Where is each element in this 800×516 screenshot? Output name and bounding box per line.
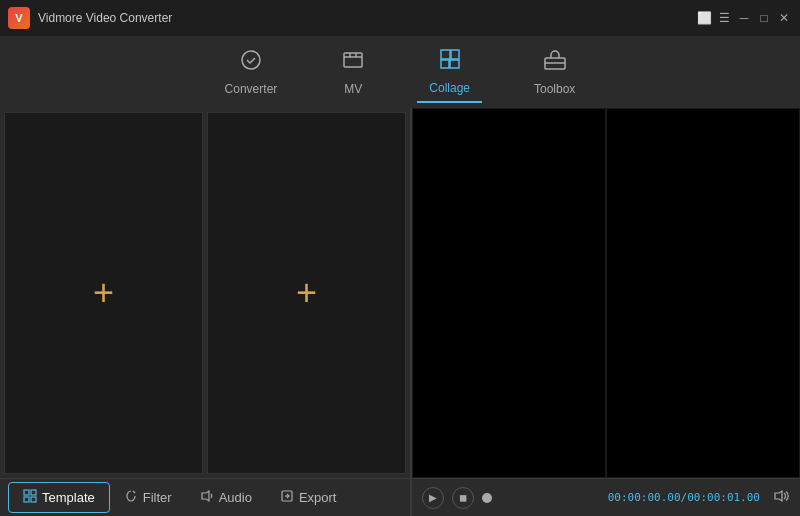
nav-mv[interactable]: MV [329,42,377,102]
svg-rect-10 [31,497,36,502]
tab-filter[interactable]: Filter [110,483,186,512]
preview-left-half [412,108,606,478]
svg-marker-13 [775,491,782,501]
svg-rect-3 [451,50,459,59]
svg-rect-9 [24,497,29,502]
left-tabs: Template Filter Audio [0,478,410,516]
svg-marker-11 [202,491,209,501]
play-button[interactable]: ▶ [422,487,444,509]
template-tab-icon [23,489,37,506]
left-panel: + + Template [0,108,410,516]
stop-button[interactable]: ◼ [452,487,474,509]
svg-rect-2 [441,50,450,59]
window-controls: ⬜ ☰ ─ □ ✕ [696,10,792,26]
collage-icon [438,47,462,77]
add-video-1-icon: + [93,272,114,314]
video-slot-2[interactable]: + [207,112,406,474]
top-nav: Converter MV Collage [0,36,800,108]
progress-indicator[interactable] [482,493,492,503]
playback-controls: ▶ ◼ 00:00:00.00/00:00:01.00 [412,478,800,516]
toolbox-label: Toolbox [534,82,575,96]
mv-label: MV [344,82,362,96]
svg-rect-1 [344,53,362,67]
preview-right-half [606,108,800,478]
close-btn[interactable]: ✕ [776,10,792,26]
svg-rect-5 [450,60,459,68]
maximize-btn[interactable]: □ [756,10,772,26]
minimize-btn[interactable]: ─ [736,10,752,26]
message-btn[interactable]: ⬜ [696,10,712,26]
svg-rect-7 [24,490,29,495]
converter-label: Converter [225,82,278,96]
title-bar: V Vidmore Video Converter ⬜ ☰ ─ □ ✕ [0,0,800,36]
volume-icon[interactable] [774,489,790,506]
export-tab-label: Export [299,490,337,505]
template-tab-label: Template [42,490,95,505]
tab-export[interactable]: Export [266,483,351,512]
svg-point-0 [242,51,260,69]
right-panel: ▶ ◼ 00:00:00.00/00:00:01.00 [410,108,800,516]
tab-template[interactable]: Template [8,482,110,513]
audio-tab-label: Audio [219,490,252,505]
video-previews: + + [0,108,410,478]
export-tab-icon [280,489,294,506]
svg-rect-4 [441,60,449,68]
filter-tab-icon [124,489,138,506]
nav-converter[interactable]: Converter [213,42,290,102]
right-preview [412,108,800,478]
toolbox-icon [543,48,567,78]
main-content: + + Template [0,108,800,516]
app-logo: V [8,7,30,29]
svg-rect-8 [31,490,36,495]
converter-icon [239,48,263,78]
nav-toolbox[interactable]: Toolbox [522,42,587,102]
filter-tab-label: Filter [143,490,172,505]
menu-btn[interactable]: ☰ [716,10,732,26]
logo-text: V [15,12,22,24]
app-title-text: Vidmore Video Converter [38,11,688,25]
add-video-2-icon: + [296,272,317,314]
nav-collage[interactable]: Collage [417,41,482,103]
video-slot-1[interactable]: + [4,112,203,474]
collage-label: Collage [429,81,470,95]
tab-audio[interactable]: Audio [186,483,266,512]
mv-icon [341,48,365,78]
time-display: 00:00:00.00/00:00:01.00 [608,491,760,504]
audio-tab-icon [200,489,214,506]
